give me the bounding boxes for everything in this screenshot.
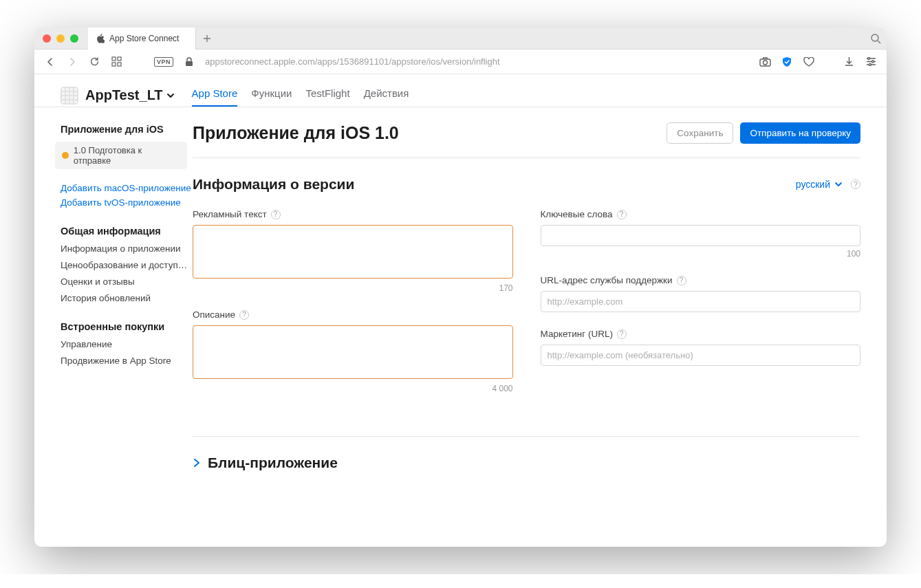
nav-tabs: App Store Функции TestFlight Действия bbox=[192, 84, 409, 107]
sidebar-iap-title: Встроенные покупки bbox=[61, 321, 193, 332]
browser-tab[interactable]: App Store Connect bbox=[88, 28, 196, 50]
svg-point-0 bbox=[871, 34, 878, 41]
keywords-counter: 100 bbox=[541, 249, 861, 259]
sidebar-item-history[interactable]: История обновлений bbox=[61, 293, 191, 303]
page-title: Приложение для iOS 1.0 bbox=[193, 123, 399, 143]
help-icon[interactable]: ? bbox=[239, 310, 249, 320]
tab-actions[interactable]: Действия bbox=[364, 87, 409, 107]
browser-toolbar: VPN appstoreconnect.apple.com/apps/15368… bbox=[34, 50, 887, 74]
help-icon[interactable]: ? bbox=[617, 210, 627, 219]
help-icon[interactable]: ? bbox=[677, 276, 686, 285]
appclip-section-header[interactable]: Блиц-приложение bbox=[193, 436, 860, 471]
promo-label: Рекламный текст? bbox=[193, 209, 513, 219]
app-name-dropdown[interactable]: AppTest_LT bbox=[85, 87, 175, 103]
svg-point-8 bbox=[867, 58, 869, 60]
download-icon[interactable] bbox=[843, 56, 855, 68]
sidebar-general-title: Общая информация bbox=[61, 226, 193, 237]
svg-rect-5 bbox=[186, 61, 193, 66]
status-dot-icon bbox=[62, 152, 69, 159]
section-version-info: Информация о версии bbox=[193, 176, 354, 193]
add-tvos-link[interactable]: Добавить tvOS-приложение bbox=[61, 197, 193, 208]
address-bar[interactable]: appstoreconnect.apple.com/apps/153689110… bbox=[205, 56, 500, 67]
language-selector[interactable]: русский ? bbox=[796, 179, 860, 190]
sidebar-item-manage[interactable]: Управление bbox=[61, 339, 191, 349]
description-textarea[interactable] bbox=[193, 325, 513, 379]
tab-bar: App Store Connect bbox=[34, 28, 887, 50]
support-url-label: URL-адрес службы поддержки? bbox=[541, 275, 861, 285]
tabbar-search-icon[interactable] bbox=[865, 33, 887, 44]
svg-point-10 bbox=[869, 64, 871, 66]
sidebar-item-pricing[interactable]: Ценообразование и доступно… bbox=[61, 260, 191, 270]
heart-icon[interactable] bbox=[803, 56, 815, 68]
sidebar-item-promote[interactable]: Продвижение в App Store bbox=[61, 356, 191, 366]
help-icon[interactable]: ? bbox=[851, 179, 860, 189]
promo-counter: 170 bbox=[193, 283, 513, 293]
lock-icon bbox=[183, 56, 195, 68]
description-counter: 4 000 bbox=[193, 384, 513, 393]
keywords-label: Ключевые слова? bbox=[541, 209, 861, 219]
tab-testflight[interactable]: TestFlight bbox=[305, 87, 349, 107]
svg-rect-1 bbox=[112, 57, 116, 61]
sidebar: Приложение для iOS 1.0 Подготовка к отпр… bbox=[34, 107, 193, 547]
camera-icon[interactable] bbox=[759, 56, 771, 68]
sidebar-item-ratings[interactable]: Оценки и отзывы bbox=[61, 276, 191, 287]
keywords-input[interactable] bbox=[541, 225, 861, 246]
submit-button[interactable]: Отправить на проверку bbox=[740, 122, 860, 144]
zoom-window-icon[interactable] bbox=[70, 34, 78, 43]
add-macos-link[interactable]: Добавить macOS-приложение bbox=[61, 183, 193, 193]
marketing-url-input[interactable] bbox=[541, 345, 861, 366]
window-controls bbox=[34, 34, 88, 43]
close-window-icon[interactable] bbox=[43, 34, 51, 43]
save-button[interactable]: Сохранить bbox=[667, 122, 733, 144]
chevron-down-icon bbox=[166, 91, 175, 100]
chevron-right-icon bbox=[193, 457, 201, 468]
vpn-badge[interactable]: VPN bbox=[154, 57, 173, 67]
svg-rect-2 bbox=[118, 57, 121, 61]
help-icon[interactable]: ? bbox=[617, 329, 627, 339]
extensions-icon[interactable] bbox=[110, 56, 122, 68]
version-status-pill[interactable]: 1.0 Подготовка к отправке bbox=[55, 142, 187, 169]
back-icon[interactable] bbox=[44, 56, 56, 68]
description-label: Описание? bbox=[193, 309, 513, 320]
appclip-title: Блиц-приложение bbox=[208, 455, 338, 471]
forward-icon[interactable] bbox=[66, 56, 78, 68]
reload-icon[interactable] bbox=[88, 56, 100, 68]
promo-textarea[interactable] bbox=[193, 225, 513, 279]
new-tab-button[interactable] bbox=[196, 28, 218, 50]
sidebar-ios-title: Приложение для iOS bbox=[61, 124, 193, 135]
svg-rect-4 bbox=[118, 63, 121, 66]
tab-title: App Store Connect bbox=[109, 34, 179, 43]
chevron-down-icon bbox=[834, 180, 843, 188]
svg-point-7 bbox=[763, 61, 767, 65]
main-content: Приложение для iOS 1.0 Сохранить Отправи… bbox=[193, 107, 887, 547]
support-url-input[interactable] bbox=[541, 291, 861, 312]
tab-features[interactable]: Функции bbox=[251, 87, 292, 107]
marketing-url-label: Маркетинг (URL)? bbox=[541, 329, 861, 339]
minimize-window-icon[interactable] bbox=[56, 34, 65, 43]
app-icon bbox=[61, 87, 78, 105]
shield-check-icon[interactable] bbox=[781, 56, 793, 68]
browser-window: App Store Connect VPN appstoreconnect.ap… bbox=[34, 28, 887, 547]
help-icon[interactable]: ? bbox=[271, 210, 281, 219]
sidebar-item-app-info[interactable]: Информация о приложении bbox=[61, 243, 191, 254]
apple-logo-icon bbox=[96, 34, 105, 43]
svg-rect-3 bbox=[112, 63, 116, 66]
tab-appstore[interactable]: App Store bbox=[192, 87, 238, 107]
settings-lines-icon[interactable] bbox=[865, 56, 877, 68]
svg-point-9 bbox=[871, 61, 874, 63]
page-header: AppTest_LT App Store Функции TestFlight … bbox=[34, 74, 887, 107]
